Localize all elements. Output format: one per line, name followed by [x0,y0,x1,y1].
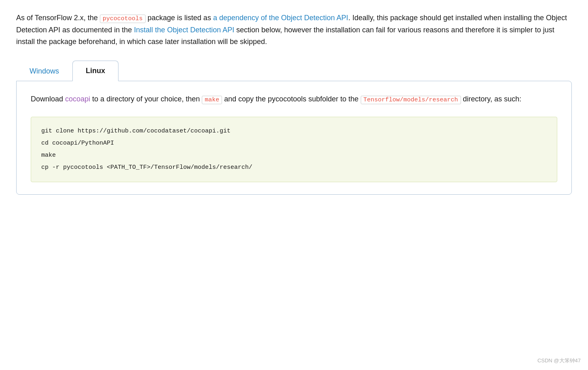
intro-text-before-code: As of TensorFlow 2.x, the [16,14,100,22]
linux-text-after-make: and copy the pycocotools subfolder to th… [222,95,360,103]
code-block: git clone https://github.com/cocodataset… [31,117,557,182]
tab-linux[interactable]: Linux [72,61,118,81]
object-detection-api-link[interactable]: a dependency of the Object Detection API [213,14,348,22]
tab-windows[interactable]: Windows [16,61,72,81]
code-line-2: cd cocoapi/PythonAPI [41,137,547,149]
intro-paragraph: As of TensorFlow 2.x, the pycocotools pa… [16,12,572,48]
linux-text-before-link: Download [31,95,65,103]
install-object-detection-link[interactable]: Install the Object Detection API [134,26,234,34]
tab-content-linux: Download cocoapi to a directory of your … [16,81,572,195]
cocoapi-link[interactable]: cocoapi [65,95,90,103]
code-line-1: git clone https://github.com/cocodataset… [41,125,547,137]
code-line-4: cp -r pycocotools <PATH_TO_TF>/TensorFlo… [41,162,547,174]
intro-text-after-code: package is listed as [146,14,213,22]
path-inline-code: Tensorflow/models/research [361,96,461,104]
code-line-3: make [41,149,547,162]
linux-text-after-link: to a directory of your choice, then [90,95,202,103]
pycocotools-inline-code: pycocotools [100,15,146,23]
linux-text-after-path: directory, as such: [461,95,522,103]
tab-container: Windows Linux Download cocoapi to a dire… [16,60,572,195]
make-inline-code: make [202,96,222,104]
linux-description: Download cocoapi to a directory of your … [31,93,557,105]
tab-header: Windows Linux [16,60,572,81]
